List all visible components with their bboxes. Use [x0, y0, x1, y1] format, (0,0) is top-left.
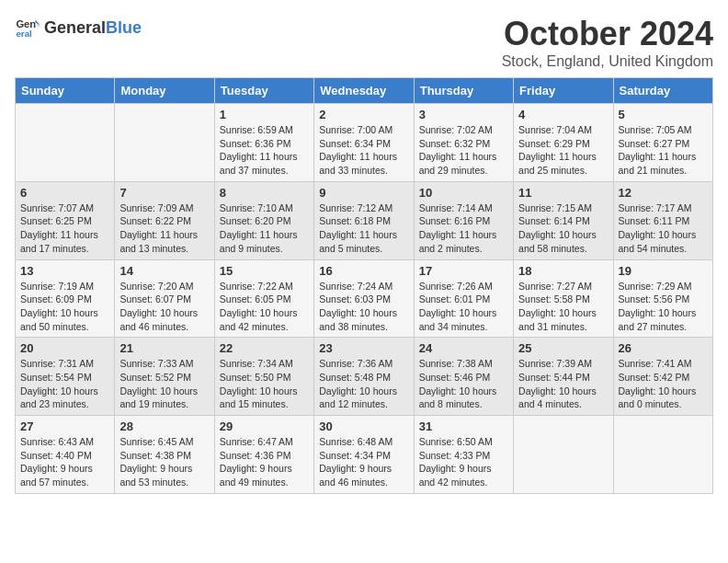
day-number: 23	[319, 341, 408, 355]
calendar-cell: 11Sunrise: 7:15 AM Sunset: 6:14 PM Dayli…	[514, 181, 613, 259]
day-number: 24	[419, 341, 508, 355]
day-info: Sunrise: 7:19 AM Sunset: 6:09 PM Dayligh…	[20, 280, 109, 334]
day-number: 19	[619, 264, 708, 278]
day-info: Sunrise: 6:43 AM Sunset: 4:40 PM Dayligh…	[20, 435, 109, 489]
calendar-cell: 8Sunrise: 7:10 AM Sunset: 6:20 PM Daylig…	[214, 181, 313, 259]
calendar-cell: 23Sunrise: 7:36 AM Sunset: 5:48 PM Dayli…	[314, 338, 414, 416]
day-number: 13	[20, 264, 109, 278]
day-info: Sunrise: 7:12 AM Sunset: 6:18 PM Dayligh…	[319, 201, 408, 256]
calendar-cell: 15Sunrise: 7:22 AM Sunset: 6:05 PM Dayli…	[214, 259, 313, 338]
logo: Gen eral GeneralBlue	[15, 15, 142, 40]
day-info: Sunrise: 7:00 AM Sunset: 6:34 PM Dayligh…	[319, 123, 408, 178]
calendar-cell: 27Sunrise: 6:43 AM Sunset: 4:40 PM Dayli…	[16, 416, 115, 494]
calendar-cell: 30Sunrise: 6:48 AM Sunset: 4:34 PM Dayli…	[314, 416, 414, 494]
day-info: Sunrise: 7:34 AM Sunset: 5:50 PM Dayligh…	[220, 357, 309, 411]
weekday-header-cell: Sunday	[16, 78, 115, 104]
day-info: Sunrise: 7:36 AM Sunset: 5:48 PM Dayligh…	[319, 357, 408, 411]
weekday-header-cell: Thursday	[414, 78, 513, 104]
day-info: Sunrise: 7:14 AM Sunset: 6:16 PM Dayligh…	[419, 201, 508, 256]
weekday-header-row: SundayMondayTuesdayWednesdayThursdayFrid…	[16, 78, 713, 104]
day-info: Sunrise: 6:50 AM Sunset: 4:33 PM Dayligh…	[419, 435, 508, 489]
calendar-cell: 20Sunrise: 7:31 AM Sunset: 5:54 PM Dayli…	[16, 338, 115, 416]
calendar-cell: 31Sunrise: 6:50 AM Sunset: 4:33 PM Dayli…	[414, 416, 513, 494]
calendar-cell	[16, 104, 115, 182]
weekday-header-cell: Saturday	[613, 78, 712, 104]
day-info: Sunrise: 7:04 AM Sunset: 6:29 PM Dayligh…	[518, 123, 608, 178]
calendar-cell: 29Sunrise: 6:47 AM Sunset: 4:36 PM Dayli…	[214, 416, 313, 494]
title-block: October 2024 Stock, England, United King…	[502, 15, 713, 70]
calendar-table: SundayMondayTuesdayWednesdayThursdayFrid…	[15, 77, 713, 494]
calendar-cell: 25Sunrise: 7:39 AM Sunset: 5:44 PM Dayli…	[514, 338, 613, 416]
calendar-cell: 16Sunrise: 7:24 AM Sunset: 6:03 PM Dayli…	[314, 259, 414, 338]
day-number: 22	[220, 341, 309, 355]
day-number: 28	[119, 419, 209, 433]
day-number: 26	[619, 341, 708, 355]
calendar-cell: 2Sunrise: 7:00 AM Sunset: 6:34 PM Daylig…	[314, 104, 414, 182]
day-info: Sunrise: 7:27 AM Sunset: 5:58 PM Dayligh…	[518, 280, 608, 334]
weekday-header-cell: Friday	[514, 78, 613, 104]
calendar-body: 1Sunrise: 6:59 AM Sunset: 6:36 PM Daylig…	[16, 104, 713, 494]
day-info: Sunrise: 6:48 AM Sunset: 4:34 PM Dayligh…	[319, 435, 408, 489]
day-info: Sunrise: 7:02 AM Sunset: 6:32 PM Dayligh…	[419, 123, 508, 178]
calendar-cell: 9Sunrise: 7:12 AM Sunset: 6:18 PM Daylig…	[314, 181, 414, 259]
day-info: Sunrise: 7:22 AM Sunset: 6:05 PM Dayligh…	[220, 280, 309, 334]
day-number: 3	[419, 108, 508, 121]
day-info: Sunrise: 7:24 AM Sunset: 6:03 PM Dayligh…	[319, 280, 408, 334]
day-info: Sunrise: 7:39 AM Sunset: 5:44 PM Dayligh…	[518, 357, 608, 411]
day-info: Sunrise: 7:38 AM Sunset: 5:46 PM Dayligh…	[419, 357, 508, 411]
day-number: 27	[20, 419, 109, 433]
calendar-week-row: 20Sunrise: 7:31 AM Sunset: 5:54 PM Dayli…	[16, 338, 713, 416]
day-info: Sunrise: 7:20 AM Sunset: 6:07 PM Dayligh…	[119, 280, 209, 334]
calendar-cell: 7Sunrise: 7:09 AM Sunset: 6:22 PM Daylig…	[115, 181, 214, 259]
calendar-cell: 26Sunrise: 7:41 AM Sunset: 5:42 PM Dayli…	[613, 338, 712, 416]
calendar-cell: 18Sunrise: 7:27 AM Sunset: 5:58 PM Dayli…	[514, 259, 613, 338]
day-number: 20	[20, 341, 109, 355]
day-number: 31	[419, 419, 508, 433]
day-number: 1	[220, 108, 309, 121]
calendar-cell: 28Sunrise: 6:45 AM Sunset: 4:38 PM Dayli…	[115, 416, 214, 494]
calendar-week-row: 13Sunrise: 7:19 AM Sunset: 6:09 PM Dayli…	[16, 259, 713, 338]
calendar-cell: 4Sunrise: 7:04 AM Sunset: 6:29 PM Daylig…	[514, 104, 613, 182]
day-number: 12	[619, 186, 708, 200]
svg-text:eral: eral	[16, 29, 32, 39]
day-info: Sunrise: 7:31 AM Sunset: 5:54 PM Dayligh…	[20, 357, 109, 411]
day-info: Sunrise: 6:45 AM Sunset: 4:38 PM Dayligh…	[119, 435, 209, 489]
day-number: 30	[319, 419, 408, 433]
weekday-header-cell: Wednesday	[314, 78, 414, 104]
calendar-cell: 21Sunrise: 7:33 AM Sunset: 5:52 PM Dayli…	[115, 338, 214, 416]
day-info: Sunrise: 7:33 AM Sunset: 5:52 PM Dayligh…	[119, 357, 209, 411]
day-info: Sunrise: 7:41 AM Sunset: 5:42 PM Dayligh…	[619, 357, 708, 411]
day-number: 14	[119, 264, 209, 278]
day-info: Sunrise: 7:07 AM Sunset: 6:25 PM Dayligh…	[20, 201, 109, 256]
day-info: Sunrise: 7:17 AM Sunset: 6:11 PM Dayligh…	[619, 201, 708, 256]
calendar-cell: 17Sunrise: 7:26 AM Sunset: 6:01 PM Dayli…	[414, 259, 513, 338]
day-info: Sunrise: 7:09 AM Sunset: 6:22 PM Dayligh…	[119, 201, 209, 256]
day-info: Sunrise: 7:15 AM Sunset: 6:14 PM Dayligh…	[518, 201, 608, 256]
calendar-cell: 13Sunrise: 7:19 AM Sunset: 6:09 PM Dayli…	[16, 259, 115, 338]
calendar-cell: 22Sunrise: 7:34 AM Sunset: 5:50 PM Dayli…	[214, 338, 313, 416]
calendar-cell	[514, 416, 613, 494]
calendar-week-row: 27Sunrise: 6:43 AM Sunset: 4:40 PM Dayli…	[16, 416, 713, 494]
calendar-week-row: 1Sunrise: 6:59 AM Sunset: 6:36 PM Daylig…	[16, 104, 713, 182]
calendar-week-row: 6Sunrise: 7:07 AM Sunset: 6:25 PM Daylig…	[16, 181, 713, 259]
month-title: October 2024	[502, 15, 713, 53]
weekday-header-cell: Tuesday	[214, 78, 313, 104]
calendar-cell: 3Sunrise: 7:02 AM Sunset: 6:32 PM Daylig…	[414, 104, 513, 182]
logo-icon: Gen eral	[15, 15, 40, 40]
calendar-cell: 12Sunrise: 7:17 AM Sunset: 6:11 PM Dayli…	[613, 181, 712, 259]
calendar-cell: 14Sunrise: 7:20 AM Sunset: 6:07 PM Dayli…	[115, 259, 214, 338]
day-number: 25	[518, 341, 608, 355]
day-number: 9	[319, 186, 408, 200]
day-number: 5	[619, 108, 708, 121]
day-number: 16	[319, 264, 408, 278]
day-number: 11	[518, 186, 608, 200]
header: Gen eral GeneralBlue October 2024 Stock,…	[15, 15, 713, 70]
calendar-cell: 10Sunrise: 7:14 AM Sunset: 6:16 PM Dayli…	[414, 181, 513, 259]
calendar-cell: 24Sunrise: 7:38 AM Sunset: 5:46 PM Dayli…	[414, 338, 513, 416]
day-number: 10	[419, 186, 508, 200]
day-number: 7	[119, 186, 209, 200]
day-info: Sunrise: 6:59 AM Sunset: 6:36 PM Dayligh…	[220, 123, 309, 178]
weekday-header-cell: Monday	[115, 78, 214, 104]
calendar-cell: 1Sunrise: 6:59 AM Sunset: 6:36 PM Daylig…	[214, 104, 313, 182]
calendar-cell: 5Sunrise: 7:05 AM Sunset: 6:27 PM Daylig…	[613, 104, 712, 182]
